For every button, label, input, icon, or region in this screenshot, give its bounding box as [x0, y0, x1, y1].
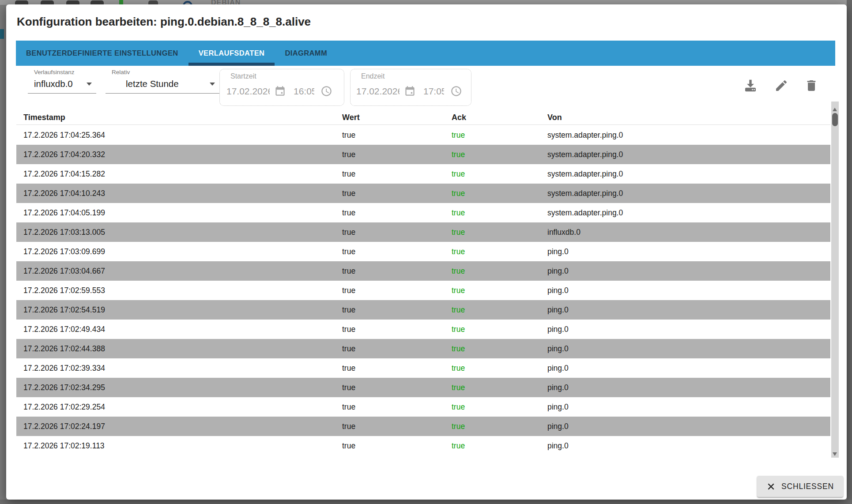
cell-timestamp: 17.2.2026 17:02:49.434: [23, 320, 342, 339]
cell-wert: true: [342, 203, 452, 222]
relative-range-label: Relativ: [106, 69, 219, 75]
chevron-down-icon: [210, 83, 215, 86]
table-row[interactable]: 17.2.2026 17:02:39.334truetrueping.0: [16, 358, 830, 378]
cell-ack: true: [452, 203, 547, 222]
table-row[interactable]: 17.2.2026 17:04:25.364truetruesystem.ada…: [16, 125, 830, 145]
table-scrollbar[interactable]: [831, 102, 839, 458]
table-row[interactable]: 17.2.2026 17:02:34.295truetrueping.0: [16, 378, 830, 397]
end-time-field: Endzeit 17.02.2026 17:05: [350, 69, 471, 106]
table-row[interactable]: 17.2.2026 17:03:04.667truetrueping.0: [16, 261, 830, 281]
relative-range-select[interactable]: Relativ letzte Stunde: [106, 69, 219, 94]
cell-ack: true: [452, 281, 547, 300]
cell-timestamp: 17.2.2026 17:04:05.199: [23, 203, 342, 222]
end-time-input[interactable]: 17:05: [423, 86, 444, 97]
table-row[interactable]: 17.2.2026 17:04:15.282truetruesystem.ada…: [16, 164, 830, 184]
cell-von: ping.0: [547, 358, 830, 378]
scroll-down-icon[interactable]: [833, 452, 837, 456]
edit-button[interactable]: [772, 76, 791, 95]
cell-ack: true: [452, 417, 547, 436]
background-bottom-strip: [0, 500, 852, 504]
cell-von: ping.0: [547, 242, 830, 261]
close-label: SCHLIESSEN: [781, 482, 834, 491]
cell-timestamp: 17.2.2026 17:04:15.282: [23, 164, 342, 184]
screen: DEBIAN Konfiguration bearbeiten: ping.0.…: [0, 0, 852, 504]
cell-wert: true: [342, 261, 452, 281]
cell-wert: true: [342, 242, 452, 261]
cell-von: system.adapter.ping.0: [547, 164, 830, 184]
clock-icon[interactable]: [450, 85, 462, 97]
table-row[interactable]: 17.2.2026 17:04:10.243truetruesystem.ada…: [16, 184, 830, 203]
cell-timestamp: 17.2.2026 17:02:24.197: [23, 417, 342, 436]
tab-custom-settings[interactable]: BENUTZERDEFINIERTE EINSTELLUNGEN: [16, 41, 188, 66]
cell-von: ping.0: [547, 339, 830, 358]
export-button[interactable]: [741, 76, 760, 95]
cell-von: ping.0: [547, 378, 830, 397]
table-row[interactable]: 17.2.2026 17:03:13.005truetrueinfluxdb.0: [16, 222, 830, 242]
tab-history-data[interactable]: VERLAUFSDATEN: [188, 41, 275, 66]
cell-timestamp: 17.2.2026 17:02:29.254: [23, 397, 342, 417]
cell-wert: true: [342, 378, 452, 397]
history-instance-value: influxdb.0: [34, 79, 83, 89]
relative-range-value: letzte Stunde: [126, 79, 206, 89]
cell-wert: true: [342, 281, 452, 300]
table-row[interactable]: 17.2.2026 17:03:09.699truetrueping.0: [16, 242, 830, 261]
cell-von: ping.0: [547, 300, 830, 320]
cell-timestamp: 17.2.2026 17:02:34.295: [23, 378, 342, 397]
cell-ack: true: [452, 358, 547, 378]
start-date-input[interactable]: 17.02.2026: [226, 86, 270, 97]
cell-timestamp: 17.2.2026 17:02:54.519: [23, 300, 342, 320]
tab-bar: BENUTZERDEFINIERTE EINSTELLUNGEN VERLAUF…: [16, 41, 835, 66]
cell-ack: true: [452, 397, 547, 417]
table-row[interactable]: 17.2.2026 17:02:59.553truetrueping.0: [16, 281, 830, 300]
table-row[interactable]: 17.2.2026 17:02:29.254truetrueping.0: [16, 397, 830, 417]
table-row[interactable]: 17.2.2026 17:02:19.113truetrueping.0: [16, 436, 830, 455]
start-time-field: Startzeit 17.02.2026 16:05: [219, 69, 344, 106]
edit-icon: [774, 79, 788, 93]
table-row[interactable]: 17.2.2026 17:04:05.199truetruesystem.ada…: [16, 203, 830, 222]
calendar-icon[interactable]: [274, 85, 286, 97]
history-instance-select[interactable]: Verlaufsinstanz influxdb.0: [28, 69, 96, 94]
background-teal-patch: [0, 29, 4, 39]
cell-wert: true: [342, 397, 452, 417]
cell-von: system.adapter.ping.0: [547, 184, 830, 203]
calendar-icon[interactable]: [404, 85, 416, 97]
column-header-timestamp: Timestamp: [23, 113, 342, 122]
table-row[interactable]: 17.2.2026 17:02:49.434truetrueping.0: [16, 320, 830, 339]
cell-ack: true: [452, 184, 547, 203]
cell-von: system.adapter.ping.0: [547, 203, 830, 222]
scrollbar-thumb[interactable]: [832, 113, 838, 126]
delete-icon: [804, 79, 818, 93]
cell-von: influxdb.0: [547, 222, 830, 242]
background-left-strip: [0, 5, 6, 500]
cell-ack: true: [452, 164, 547, 184]
table-row[interactable]: 17.2.2026 17:04:20.332truetruesystem.ada…: [16, 145, 830, 164]
cell-ack: true: [452, 339, 547, 358]
column-header-von: Von: [547, 113, 830, 122]
tab-chart[interactable]: DIAGRAMM: [275, 41, 337, 66]
cell-wert: true: [342, 358, 452, 378]
close-button[interactable]: SCHLIESSEN: [757, 476, 843, 497]
start-time-input[interactable]: 16:05: [294, 86, 314, 97]
cell-ack: true: [452, 145, 547, 164]
cell-wert: true: [342, 300, 452, 320]
clock-icon[interactable]: [320, 85, 332, 97]
cell-von: ping.0: [547, 261, 830, 281]
edit-config-dialog: Konfiguration bearbeiten: ping.0.debian.…: [6, 4, 847, 500]
cell-wert: true: [342, 417, 452, 436]
delete-button[interactable]: [802, 76, 821, 95]
cell-timestamp: 17.2.2026 17:02:19.113: [23, 436, 342, 455]
table-row[interactable]: 17.2.2026 17:02:44.388truetrueping.0: [16, 339, 830, 358]
cell-wert: true: [342, 145, 452, 164]
end-date-input[interactable]: 17.02.2026: [356, 86, 400, 97]
cell-ack: true: [452, 300, 547, 320]
cell-wert: true: [342, 436, 452, 455]
table-row[interactable]: 17.2.2026 17:02:54.519truetrueping.0: [16, 300, 830, 320]
cell-timestamp: 17.2.2026 17:02:44.388: [23, 339, 342, 358]
column-header-wert: Wert: [342, 113, 452, 122]
cell-wert: true: [342, 339, 452, 358]
cell-timestamp: 17.2.2026 17:02:39.334: [23, 358, 342, 378]
column-header-ack: Ack: [452, 113, 547, 122]
cell-ack: true: [452, 320, 547, 339]
scroll-up-icon[interactable]: [833, 108, 837, 111]
table-row[interactable]: 17.2.2026 17:02:24.197truetrueping.0: [16, 417, 830, 436]
